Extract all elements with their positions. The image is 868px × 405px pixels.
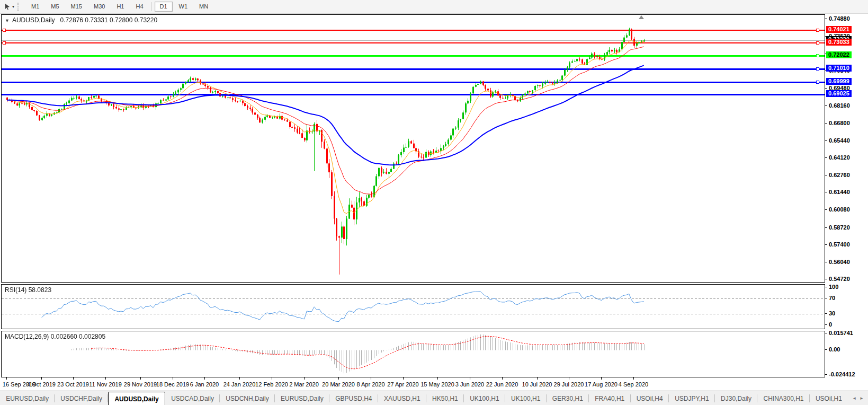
date-label: 4 Oct 2019 (27, 381, 56, 388)
price-tick-label: 0.56040 (829, 259, 850, 265)
rsi-canvas[interactable] (2, 285, 825, 329)
rsi-tick-mark (825, 313, 827, 314)
tab-scroll-right-icon[interactable]: ► (860, 396, 864, 401)
timeframe-button-mn[interactable]: MN (194, 2, 213, 12)
hline-price-label[interactable]: 0.73033 (826, 39, 852, 46)
hline-price-label[interactable]: 0.74021 (826, 26, 852, 33)
chart-tab-audusd-daily[interactable]: AUDUSD,Daily (108, 392, 165, 405)
timeframe-button-m15[interactable]: M15 (66, 2, 87, 12)
chart-tab-china300-h1[interactable]: CHINA300,H1 (757, 391, 809, 405)
cursor-icon (4, 3, 11, 10)
chart-tab-usoil-h4[interactable]: USOil,H4 (631, 391, 669, 405)
chart-tab-usdcad-daily[interactable]: USDCAD,Daily (165, 391, 220, 405)
price-tick-label: 0.58720 (829, 224, 850, 231)
chart-tab-uk100-h1[interactable]: UK100,H1 (505, 391, 547, 405)
date-label: 22 Jun 2020 (486, 381, 518, 388)
macd-tick-mark (825, 374, 827, 375)
chart-tab-hk50-h1[interactable]: HK50,H1 (426, 391, 464, 405)
tab-scroll-left-icon[interactable]: ◄ (852, 396, 856, 401)
timeframe-button-w1[interactable]: W1 (174, 2, 193, 12)
chart-tab-uk100-h1[interactable]: UK100,H1 (464, 391, 505, 405)
hline-price-label[interactable]: 0.72022 (826, 51, 852, 58)
macd-canvas[interactable] (2, 331, 825, 377)
date-label: 2 Mar 2020 (289, 381, 319, 388)
macd-tick-label: -0.024412 (829, 371, 855, 377)
date-axis[interactable]: 16 Sep 20194 Oct 201923 Oct 201911 Nov 2… (1, 377, 825, 391)
date-label: 3 Jun 2020 (455, 381, 484, 388)
timeframe-button-m30[interactable]: M30 (88, 2, 110, 12)
price-tick-label: 0.68160 (829, 102, 850, 109)
date-tick-mark (6, 377, 7, 380)
dropdown-caret-icon[interactable]: ▾ (12, 4, 14, 9)
date-tick-mark (73, 377, 74, 380)
mt4-window: ▾ M1M5M15M30H1H4D1W1MN ▼AUDUSD,Daily0.72… (0, 0, 868, 405)
timeframe-button-m1[interactable]: M1 (26, 2, 44, 12)
chart-tab-usdcnh-daily[interactable]: USDCNH,Daily (220, 391, 275, 405)
date-tick-mark (437, 377, 438, 380)
rsi-tick-label: 100 (829, 284, 838, 290)
chart-collapse-icon[interactable]: ▼ (5, 18, 10, 23)
chart-tab-eurusd-daily[interactable]: EURUSD,Daily (0, 391, 55, 405)
timeframe-button-h1[interactable]: H1 (111, 2, 129, 12)
chart-tab-ger30-h1[interactable]: GER30,H1 (547, 391, 589, 405)
date-tick-mark (601, 377, 602, 380)
date-label: 17 Aug 2020 (585, 381, 618, 388)
date-tick-mark (239, 377, 240, 380)
price-tick-mark (825, 227, 827, 228)
date-tick-mark (173, 377, 173, 380)
rsi-tick-label: 30 (829, 310, 835, 316)
price-tick-label: 0.57400 (829, 241, 850, 248)
price-tick-mark (825, 244, 827, 245)
date-label: 15 May 2020 (420, 381, 454, 388)
price-tick-label: 0.74880 (829, 15, 850, 22)
date-label: 23 Oct 2019 (57, 381, 89, 388)
price-tick-mark (825, 19, 827, 19)
price-tick-mark (825, 262, 827, 262)
rsi-tick-mark (825, 324, 827, 325)
price-chart-canvas[interactable] (2, 15, 825, 282)
macd-tick-mark (825, 333, 827, 333)
hline-price-label[interactable]: 0.69999 (826, 78, 852, 85)
date-tick-mark (338, 377, 339, 380)
timeframe-button-d1[interactable]: D1 (155, 2, 173, 12)
price-tick-label: 0.62760 (829, 172, 850, 178)
macd-tick-label: 0.00 (829, 346, 840, 353)
chart-tab-eurusd-daily[interactable]: EURUSD,Daily (275, 391, 329, 405)
price-tick-mark (825, 123, 827, 124)
chart-tab-usoil-h1[interactable]: USOil,H1 (810, 391, 848, 405)
chart-tab-fra40-h1[interactable]: FRA40,H1 (589, 391, 630, 405)
chart-symbol-label: AUDUSD,Daily (12, 16, 55, 24)
date-label: 20 Mar 2020 (322, 381, 355, 388)
rsi-tick-label: 0 (829, 321, 832, 328)
date-tick-mark (41, 377, 42, 380)
hline-price-label[interactable]: 0.71010 (826, 65, 852, 72)
chart-title: ▼AUDUSD,Daily0.72876 0.73331 0.72800 0.7… (5, 16, 157, 24)
price-tick-label: 0.65440 (829, 137, 850, 144)
chart-tab-usdjpy-h1[interactable]: USDJPY,H1 (669, 391, 715, 405)
chart-tab-xauusd-h1[interactable]: XAUUSD,H1 (378, 391, 426, 405)
date-tick-mark (105, 377, 106, 380)
price-tick-mark (825, 88, 827, 89)
date-tick-mark (371, 377, 371, 380)
hline-price-label[interactable]: 0.69025 (826, 90, 852, 97)
rsi-label: RSI(14) 58.0823 (5, 286, 51, 294)
price-tick-mark (825, 192, 827, 192)
chart-tab-gbpusd-h4[interactable]: GBPUSD,H4 (329, 391, 378, 405)
date-label: 18 Dec 2019 (156, 381, 189, 388)
toolbar-separator (151, 2, 152, 11)
date-label: 29 Jul 2020 (554, 381, 584, 388)
chart-tab-dj30-daily[interactable]: DJ30,Daily (715, 391, 757, 405)
timeframe-button-h4[interactable]: H4 (130, 2, 148, 12)
price-tick-mark (825, 105, 827, 106)
chart-tab-usdchf-daily[interactable]: USDCHF,Daily (55, 391, 108, 405)
cursor-tool-button[interactable]: ▾ (2, 2, 16, 11)
price-tick-label: 0.61440 (829, 189, 850, 195)
price-tick-label: 0.64120 (829, 154, 850, 161)
date-tick-mark (204, 377, 205, 380)
chart-shift-marker[interactable] (639, 15, 644, 19)
date-label: 29 Nov 2019 (124, 381, 157, 388)
date-tick-mark (502, 377, 503, 380)
timeframe-button-m5[interactable]: M5 (46, 2, 64, 12)
rsi-tick-mark (825, 298, 827, 298)
macd-panel: MACD(12,26,9) 0.002660 0.002805 (1, 331, 825, 377)
